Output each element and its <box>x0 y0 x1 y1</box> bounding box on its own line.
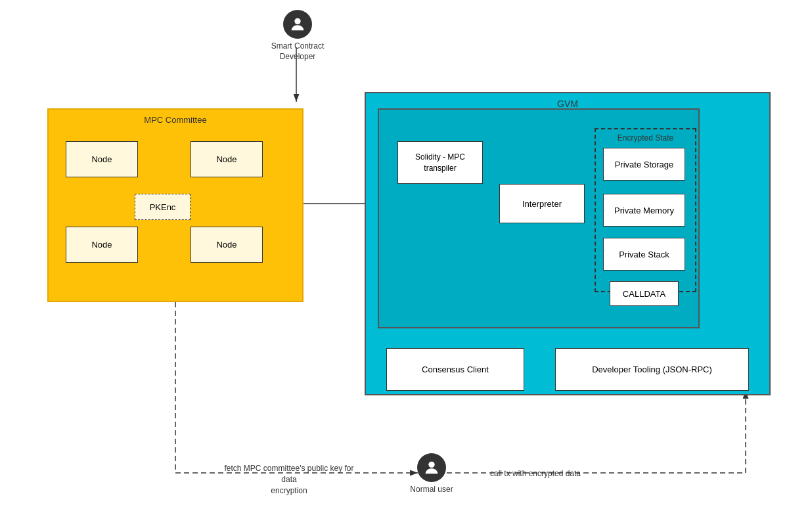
developer-icon <box>283 10 312 39</box>
encrypted-state-label: Encrypted State <box>618 133 673 143</box>
gvm-label: GVM <box>557 99 578 109</box>
private-storage-box: Private Storage <box>603 148 685 181</box>
interpreter-box: Interpreter <box>499 184 585 223</box>
mpc-node-1: Node <box>66 141 138 177</box>
mpc-node-3: Node <box>66 227 138 263</box>
architecture-diagram: Smart Contract Developer MPC Committee N… <box>0 0 810 532</box>
developer-label: Smart Contract Developer <box>268 41 327 62</box>
mpc-committee-label: MPC Committee <box>144 115 206 125</box>
fetch-key-label: fetch MPC committee's public key for dat… <box>217 463 361 496</box>
calldata-box: CALLDATA <box>610 281 679 306</box>
mpc-node-2: Node <box>191 141 263 177</box>
private-stack-box: Private Stack <box>603 238 685 271</box>
normal-user-label: Normal user <box>410 485 453 494</box>
smart-contract-developer-actor: Smart Contract Developer <box>268 10 327 62</box>
developer-tooling-box: Developer Tooling (JSON-RPC) <box>555 348 749 391</box>
svg-point-33 <box>428 462 434 468</box>
solidity-transpiler-box: Solidity - MPCtranspiler <box>397 141 483 184</box>
normal-user-icon <box>417 453 446 482</box>
call-tx-label: call tx with encrypted data <box>473 468 598 479</box>
private-memory-box: Private Memory <box>603 194 685 227</box>
normal-user-actor: Normal user <box>409 453 455 494</box>
mpc-node-4: Node <box>191 227 263 263</box>
pkenc-box: PKEnc <box>135 194 191 220</box>
consensus-client-box: Consensus Client <box>386 348 524 391</box>
svg-point-32 <box>294 18 300 24</box>
